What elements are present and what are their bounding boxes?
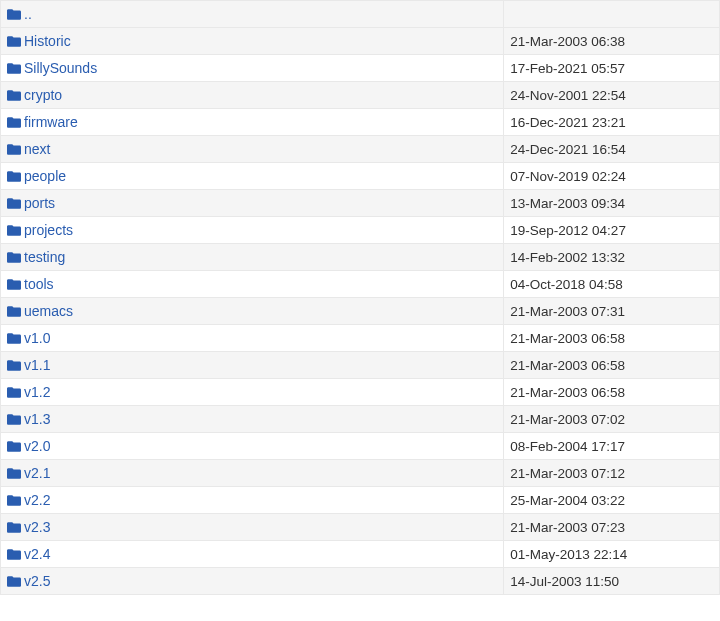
- date-cell: 01-May-2013 22:14: [504, 541, 720, 568]
- name-cell: projects: [1, 217, 504, 244]
- folder-icon: [7, 223, 21, 234]
- directory-link[interactable]: people: [24, 168, 66, 184]
- date-cell: 21-Mar-2003 07:23: [504, 514, 720, 541]
- name-cell: people: [1, 163, 504, 190]
- date-cell: 13-Mar-2003 09:34: [504, 190, 720, 217]
- date-cell: 14-Jul-2003 11:50: [504, 568, 720, 595]
- directory-link[interactable]: ports: [24, 195, 55, 211]
- folder-icon: [7, 547, 21, 558]
- date-cell: [504, 1, 720, 28]
- table-row: v2.225-Mar-2004 03:22: [1, 487, 720, 514]
- table-row: uemacs21-Mar-2003 07:31: [1, 298, 720, 325]
- folder-icon: [7, 304, 21, 315]
- date-cell: 21-Mar-2003 06:38: [504, 28, 720, 55]
- folder-icon: [7, 493, 21, 504]
- table-row: testing14-Feb-2002 13:32: [1, 244, 720, 271]
- directory-link[interactable]: v2.1: [24, 465, 50, 481]
- directory-link[interactable]: v1.0: [24, 330, 50, 346]
- folder-icon: [7, 277, 21, 288]
- directory-link[interactable]: uemacs: [24, 303, 73, 319]
- date-cell: 24-Dec-2021 16:54: [504, 136, 720, 163]
- folder-icon: [7, 574, 21, 585]
- table-row: v1.021-Mar-2003 06:58: [1, 325, 720, 352]
- table-row: ports13-Mar-2003 09:34: [1, 190, 720, 217]
- table-row: firmware16-Dec-2021 23:21: [1, 109, 720, 136]
- name-cell: next: [1, 136, 504, 163]
- directory-link[interactable]: v2.4: [24, 546, 50, 562]
- table-row: v2.121-Mar-2003 07:12: [1, 460, 720, 487]
- directory-link[interactable]: crypto: [24, 87, 62, 103]
- name-cell: v2.5: [1, 568, 504, 595]
- table-row: ..: [1, 1, 720, 28]
- name-cell: firmware: [1, 109, 504, 136]
- date-cell: 21-Mar-2003 06:58: [504, 325, 720, 352]
- folder-icon: [7, 358, 21, 369]
- table-row: SillySounds17-Feb-2021 05:57: [1, 55, 720, 82]
- date-cell: 25-Mar-2004 03:22: [504, 487, 720, 514]
- directory-link[interactable]: v1.1: [24, 357, 50, 373]
- folder-icon: [7, 466, 21, 477]
- folder-icon: [7, 385, 21, 396]
- folder-icon: [7, 331, 21, 342]
- name-cell: v2.2: [1, 487, 504, 514]
- directory-link[interactable]: firmware: [24, 114, 78, 130]
- folder-icon: [7, 115, 21, 126]
- name-cell: crypto: [1, 82, 504, 109]
- folder-icon: [7, 88, 21, 99]
- name-cell: v1.3: [1, 406, 504, 433]
- name-cell: ..: [1, 1, 504, 28]
- directory-link[interactable]: projects: [24, 222, 73, 238]
- name-cell: v2.1: [1, 460, 504, 487]
- table-row: v2.321-Mar-2003 07:23: [1, 514, 720, 541]
- folder-icon: [7, 61, 21, 72]
- date-cell: 21-Mar-2003 06:58: [504, 352, 720, 379]
- directory-link[interactable]: v2.5: [24, 573, 50, 589]
- table-row: v1.121-Mar-2003 06:58: [1, 352, 720, 379]
- directory-link[interactable]: SillySounds: [24, 60, 97, 76]
- name-cell: v1.2: [1, 379, 504, 406]
- directory-link[interactable]: Historic: [24, 33, 71, 49]
- directory-link[interactable]: v1.2: [24, 384, 50, 400]
- date-cell: 17-Feb-2021 05:57: [504, 55, 720, 82]
- directory-link[interactable]: v1.3: [24, 411, 50, 427]
- date-cell: 07-Nov-2019 02:24: [504, 163, 720, 190]
- table-row: v2.401-May-2013 22:14: [1, 541, 720, 568]
- name-cell: v1.0: [1, 325, 504, 352]
- directory-link[interactable]: v2.0: [24, 438, 50, 454]
- name-cell: v1.1: [1, 352, 504, 379]
- folder-icon: [7, 142, 21, 153]
- date-cell: 21-Mar-2003 07:02: [504, 406, 720, 433]
- name-cell: ports: [1, 190, 504, 217]
- folder-icon: [7, 34, 21, 45]
- date-cell: 19-Sep-2012 04:27: [504, 217, 720, 244]
- table-row: v2.514-Jul-2003 11:50: [1, 568, 720, 595]
- table-row: next24-Dec-2021 16:54: [1, 136, 720, 163]
- directory-link[interactable]: testing: [24, 249, 65, 265]
- table-row: v1.321-Mar-2003 07:02: [1, 406, 720, 433]
- directory-link[interactable]: tools: [24, 276, 54, 292]
- directory-link[interactable]: next: [24, 141, 50, 157]
- date-cell: 08-Feb-2004 17:17: [504, 433, 720, 460]
- directory-link[interactable]: v2.3: [24, 519, 50, 535]
- name-cell: v2.0: [1, 433, 504, 460]
- folder-icon: [7, 196, 21, 207]
- table-row: people07-Nov-2019 02:24: [1, 163, 720, 190]
- directory-link[interactable]: ..: [24, 6, 32, 22]
- date-cell: 24-Nov-2001 22:54: [504, 82, 720, 109]
- date-cell: 04-Oct-2018 04:58: [504, 271, 720, 298]
- table-row: crypto24-Nov-2001 22:54: [1, 82, 720, 109]
- folder-icon: [7, 169, 21, 180]
- folder-icon: [7, 7, 21, 18]
- directory-listing-table: ..Historic21-Mar-2003 06:38SillySounds17…: [0, 0, 720, 595]
- folder-icon: [7, 439, 21, 450]
- table-row: v2.008-Feb-2004 17:17: [1, 433, 720, 460]
- directory-link[interactable]: v2.2: [24, 492, 50, 508]
- table-row: tools04-Oct-2018 04:58: [1, 271, 720, 298]
- name-cell: Historic: [1, 28, 504, 55]
- name-cell: v2.3: [1, 514, 504, 541]
- date-cell: 21-Mar-2003 07:31: [504, 298, 720, 325]
- folder-icon: [7, 412, 21, 423]
- name-cell: testing: [1, 244, 504, 271]
- folder-icon: [7, 250, 21, 261]
- date-cell: 16-Dec-2021 23:21: [504, 109, 720, 136]
